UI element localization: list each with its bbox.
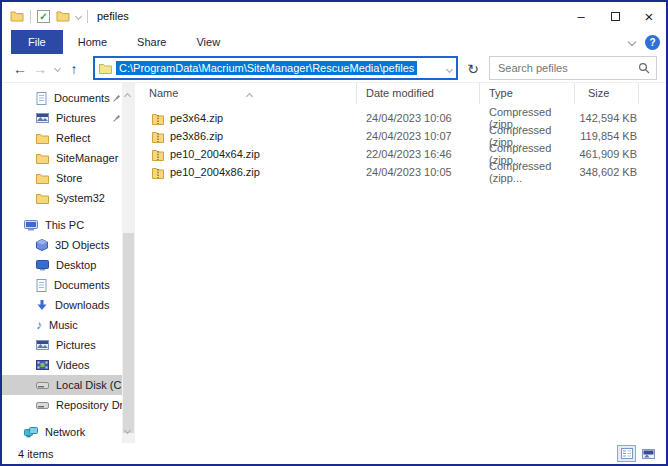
separator: [30, 10, 31, 23]
close-button[interactable]: ×: [632, 2, 666, 30]
sidebar-item-label: Pictures: [56, 112, 96, 124]
sidebar-scrollbar[interactable]: [122, 83, 135, 443]
help-button[interactable]: ?: [645, 35, 660, 50]
sidebar-item-reflect[interactable]: Reflect: [2, 128, 135, 148]
folder-icon: [36, 133, 49, 144]
forward-button[interactable]: →: [30, 54, 50, 83]
document-icon: [36, 92, 47, 105]
sidebar-item-system32[interactable]: System32: [2, 188, 135, 208]
sidebar-item-music[interactable]: ♪ Music: [2, 315, 135, 335]
document-icon: [36, 279, 47, 292]
refresh-button[interactable]: ↻: [461, 54, 485, 83]
status-bar: 4 items: [2, 443, 666, 464]
sidebar-item-label: Documents: [54, 92, 110, 104]
scroll-up-icon[interactable]: [125, 89, 130, 101]
column-header-date-modified[interactable]: Date modified: [357, 83, 480, 104]
sidebar-item-label: Videos: [56, 359, 89, 371]
picture-icon: [36, 113, 49, 123]
file-name: pe10_2004x64.zip: [170, 148, 260, 160]
navigation-toolbar: ← → ↑ C:\ProgramData\Macrium\SiteManager…: [2, 54, 666, 83]
sidebar-item-repository-drive[interactable]: Repository Drive: [2, 395, 135, 415]
column-header-name[interactable]: Name: [135, 83, 357, 104]
search-input[interactable]: [498, 62, 638, 74]
file-name: pe3x64.zip: [170, 112, 223, 124]
sidebar-item-label: Documents: [54, 279, 110, 291]
sidebar-item-videos[interactable]: Videos: [2, 355, 135, 375]
column-header-type[interactable]: Type: [480, 83, 575, 104]
address-folder-icon: [99, 63, 112, 74]
sidebar-item-label: Local Disk (C:): [56, 379, 128, 391]
pin-icon: [112, 94, 121, 103]
drive-icon: [36, 402, 49, 409]
video-icon: [36, 360, 49, 370]
new-folder-icon[interactable]: [56, 10, 70, 22]
sidebar-item-label: Desktop: [56, 259, 96, 271]
sidebar-item-pictures-quick[interactable]: Pictures: [2, 108, 135, 128]
address-path-selected-text[interactable]: C:\ProgramData\Macrium\SiteManager\Rescu…: [116, 61, 417, 75]
sidebar-item-3d-objects[interactable]: 3D Objects: [2, 235, 135, 255]
sidebar-item-sitemanager[interactable]: SiteManager: [2, 148, 135, 168]
navigation-pane: Documents Pictures Reflect SiteManager S…: [2, 83, 135, 443]
file-row-pe3x64[interactable]: pe3x64.zip 24/04/2023 10:06 Compressed (…: [135, 109, 666, 127]
properties-check-icon[interactable]: ✓: [37, 10, 50, 23]
window-controls: – ×: [564, 2, 666, 30]
search-icon[interactable]: [638, 62, 650, 74]
details-view-button[interactable]: [617, 445, 636, 462]
minimize-icon: –: [577, 9, 584, 24]
sidebar-item-documents-quick[interactable]: Documents: [2, 88, 135, 108]
file-name: pe3x86.zip: [170, 130, 223, 142]
search-box[interactable]: [489, 56, 657, 80]
file-size: 142,594 KB: [575, 112, 639, 124]
recent-locations-chevron-icon[interactable]: [50, 54, 64, 83]
scrollbar-thumb[interactable]: [123, 233, 134, 433]
quick-access-toolbar: ✓: [10, 10, 88, 23]
chevron-down-icon: [446, 66, 453, 73]
minimize-button[interactable]: –: [564, 2, 598, 30]
explorer-window: ✓ pefiles – × File Home Share View ? ← →…: [0, 0, 668, 466]
picture-icon: [36, 340, 49, 350]
window-title: pefiles: [97, 10, 129, 22]
file-date: 24/04/2023 10:05: [357, 166, 480, 178]
sidebar-item-network[interactable]: Network: [2, 422, 135, 442]
file-type: Compressed (zipp...: [480, 160, 575, 184]
sidebar-item-this-pc[interactable]: This PC: [2, 215, 135, 235]
file-size: 461,909 KB: [575, 148, 639, 160]
file-row-pe10-2004x86[interactable]: pe10_2004x86.zip 24/04/2023 10:05 Compre…: [135, 163, 666, 181]
address-bar[interactable]: C:\ProgramData\Macrium\SiteManager\Rescu…: [93, 56, 458, 80]
tab-share[interactable]: Share: [122, 30, 181, 54]
zip-file-icon: [152, 148, 164, 161]
column-header-size[interactable]: Size: [575, 83, 639, 104]
back-button[interactable]: ←: [10, 54, 30, 83]
address-dropdown-chevron-icon[interactable]: [447, 62, 452, 74]
large-icons-view-button[interactable]: [639, 445, 658, 462]
sidebar-item-desktop[interactable]: Desktop: [2, 255, 135, 275]
sidebar-item-downloads[interactable]: Downloads: [2, 295, 135, 315]
drive-icon: [36, 382, 49, 389]
sidebar-item-label: 3D Objects: [55, 239, 109, 251]
file-row-pe10-2004x64[interactable]: pe10_2004x64.zip 22/04/2023 16:46 Compre…: [135, 145, 666, 163]
up-button[interactable]: ↑: [64, 54, 84, 83]
pin-icon: [112, 114, 121, 123]
title-bar: ✓ pefiles – ×: [2, 2, 666, 30]
zip-file-icon: [152, 130, 164, 143]
file-size: 348,602 KB: [575, 166, 639, 178]
sidebar-item-pictures[interactable]: Pictures: [2, 335, 135, 355]
maximize-button[interactable]: [598, 2, 632, 30]
tab-file[interactable]: File: [11, 30, 63, 54]
customize-toolbar-chevron-icon[interactable]: [75, 12, 82, 19]
tab-home[interactable]: Home: [63, 30, 122, 54]
sidebar-item-label: Network: [45, 426, 85, 438]
scroll-down-icon[interactable]: [125, 423, 130, 435]
separator: [87, 10, 88, 23]
zip-file-icon: [152, 112, 164, 125]
sidebar-item-documents[interactable]: Documents: [2, 275, 135, 295]
sort-ascending-icon: [247, 85, 252, 106]
column-label: Size: [588, 87, 609, 99]
sidebar-item-label: Store: [56, 172, 82, 184]
tab-view[interactable]: View: [181, 30, 235, 54]
sidebar-item-local-disk-c[interactable]: Local Disk (C:): [2, 375, 135, 395]
collapse-ribbon-chevron-icon[interactable]: [628, 38, 636, 46]
file-rows: pe3x64.zip 24/04/2023 10:06 Compressed (…: [135, 109, 666, 181]
file-row-pe3x86[interactable]: pe3x86.zip 24/04/2023 10:07 Compressed (…: [135, 127, 666, 145]
sidebar-item-store[interactable]: Store: [2, 168, 135, 188]
